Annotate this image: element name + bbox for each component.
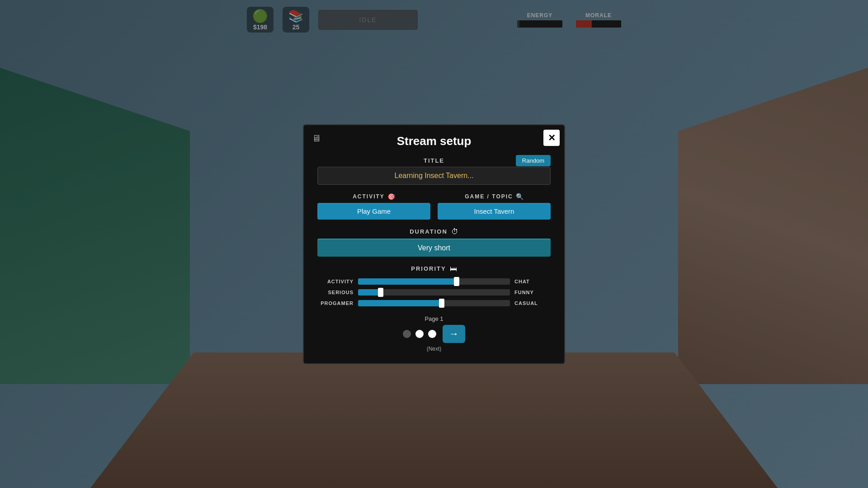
priority-label: PRIORITY bbox=[411, 265, 446, 272]
activity-label: ACTIVITY bbox=[353, 193, 385, 200]
slider-right-label-1: FUNNY bbox=[514, 290, 551, 295]
slider-left-label-0: ACTIVITY bbox=[317, 279, 354, 284]
game-button[interactable]: Insect Tavern bbox=[438, 203, 551, 220]
slider-left-label-1: SERIOUS bbox=[317, 290, 354, 295]
activity-icon: 🎯 bbox=[387, 193, 395, 200]
slider-track-0[interactable] bbox=[358, 278, 510, 285]
game-topic-label: GAME / TOPIC bbox=[465, 193, 513, 200]
activity-button[interactable]: Play Game bbox=[317, 203, 430, 220]
random-button[interactable]: Random bbox=[516, 155, 551, 166]
title-section-row: TITLE Random bbox=[317, 157, 551, 164]
activity-col: ACTIVITY 🎯 Play Game bbox=[317, 193, 430, 220]
activity-game-row: ACTIVITY 🎯 Play Game GAME / TOPIC 🔍 Inse… bbox=[317, 193, 551, 220]
monitor-icon: 🖥 bbox=[312, 133, 321, 144]
duration-icon: ⏱ bbox=[451, 228, 458, 236]
pagination: Page 1 → (Next) bbox=[317, 315, 551, 352]
slider-fill-0 bbox=[358, 278, 457, 285]
slider-right-label-2: CASUAL bbox=[514, 300, 551, 306]
page-dot-0[interactable] bbox=[403, 330, 411, 338]
next-label: (Next) bbox=[427, 346, 442, 352]
game-col: GAME / TOPIC 🔍 Insect Tavern bbox=[438, 193, 551, 220]
slider-left-label-2: PROGAMER bbox=[317, 300, 354, 306]
slider-thumb-2[interactable] bbox=[439, 299, 444, 308]
slider-right-label-0: CHAT bbox=[514, 279, 551, 284]
game-label-row: GAME / TOPIC 🔍 bbox=[438, 193, 551, 200]
slider-row-0: ACTIVITYCHAT bbox=[317, 278, 551, 285]
duration-section: DURATION ⏱ Very short bbox=[317, 228, 551, 257]
slider-track-1[interactable] bbox=[358, 289, 510, 296]
slider-thumb-1[interactable] bbox=[378, 288, 383, 297]
slider-row-2: PROGAMERCASUAL bbox=[317, 300, 551, 306]
page-label: Page 1 bbox=[425, 315, 443, 322]
title-section-label: TITLE bbox=[424, 157, 444, 164]
slider-row-1: SERIOUSFUNNY bbox=[317, 289, 551, 296]
page-dots bbox=[403, 330, 436, 338]
duration-label: DURATION bbox=[410, 228, 448, 235]
dialog-title: Stream setup bbox=[317, 134, 551, 148]
close-button[interactable]: ✕ bbox=[543, 130, 560, 146]
title-input[interactable] bbox=[317, 167, 551, 185]
slider-thumb-0[interactable] bbox=[454, 277, 459, 286]
search-icon: 🔍 bbox=[516, 193, 524, 200]
duration-button[interactable]: Very short bbox=[317, 239, 551, 257]
page-dot-1[interactable] bbox=[415, 330, 424, 338]
slider-fill-2 bbox=[358, 300, 442, 306]
priority-label-row: PRIORITY 🛏 bbox=[317, 265, 551, 273]
activity-label-row: ACTIVITY 🎯 bbox=[317, 193, 430, 200]
modal-overlay: 🖥 ✕ Stream setup TITLE Random ACTIVITY 🎯… bbox=[0, 0, 868, 488]
slider-fill-1 bbox=[358, 289, 381, 296]
duration-label-row: DURATION ⏱ bbox=[317, 228, 551, 236]
page-dot-2[interactable] bbox=[428, 330, 436, 338]
priority-section: PRIORITY 🛏 ACTIVITYCHATSERIOUSFUNNYPROGA… bbox=[317, 265, 551, 306]
next-button[interactable]: → bbox=[443, 325, 465, 343]
stream-setup-dialog: 🖥 ✕ Stream setup TITLE Random ACTIVITY 🎯… bbox=[303, 124, 565, 364]
pagination-inner: → bbox=[403, 325, 465, 343]
slider-track-2[interactable] bbox=[358, 300, 510, 306]
priority-icon: 🛏 bbox=[450, 265, 457, 273]
